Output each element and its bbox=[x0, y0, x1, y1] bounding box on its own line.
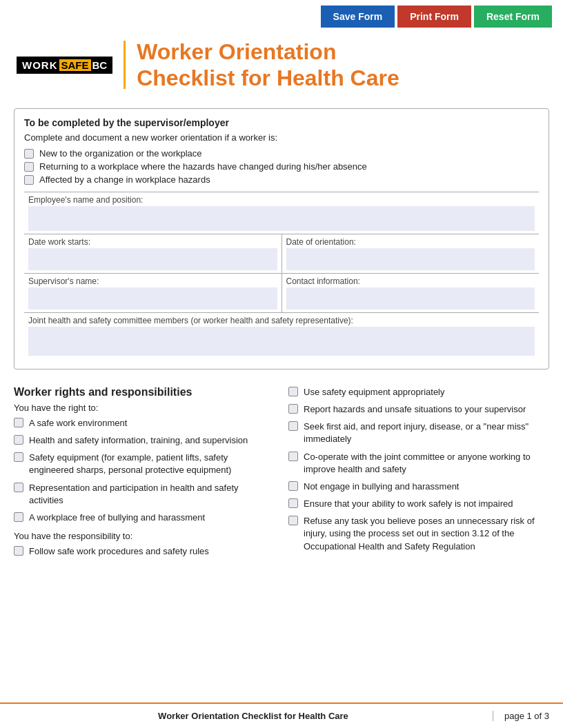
header: WORK SAFE BC Worker Orientation Checklis… bbox=[0, 33, 563, 103]
checkbox-resp-r-6[interactable] bbox=[288, 516, 298, 525]
toolbar: Save Form Print Form Reset Form bbox=[0, 0, 563, 33]
checkbox-new-label: New to the organization or the workplace bbox=[39, 148, 202, 159]
committee-label: Joint health and safety committee member… bbox=[28, 316, 535, 325]
date-work-cell: Date work starts: bbox=[24, 234, 282, 273]
checkbox-row-affected[interactable]: Affected by a change in workplace hazard… bbox=[24, 174, 539, 185]
responsibility-subtitle: You have the responsibility to: bbox=[14, 531, 275, 541]
logo-safe: SAFE bbox=[59, 59, 91, 71]
resp-right-item-3: Co-operate with the joint committee or a… bbox=[288, 451, 549, 476]
footer-page: page 1 of 3 bbox=[493, 711, 549, 721]
checkbox-resp-r-2[interactable] bbox=[288, 421, 298, 431]
resp-right-label-3: Co-operate with the joint committee or a… bbox=[304, 451, 549, 476]
right-label-0: A safe work environment bbox=[29, 417, 275, 429]
contact-input[interactable] bbox=[286, 287, 535, 310]
logo-work: WORK bbox=[22, 59, 58, 71]
checkbox-returning-label: Returning to a workplace where the hazar… bbox=[39, 161, 367, 172]
supervisor-title: To be completed by the supervisor/employ… bbox=[24, 117, 539, 128]
checkbox-resp-r-3[interactable] bbox=[288, 452, 298, 461]
checkbox-resp-0[interactable] bbox=[14, 546, 23, 556]
checkbox-returning[interactable] bbox=[24, 162, 34, 172]
supervisor-desc: Complete and document a new worker orien… bbox=[24, 132, 539, 143]
right-label-4: A workplace free of bullying and harassm… bbox=[29, 512, 275, 524]
resp-right-label-1: Report hazards and unsafe situations to … bbox=[304, 403, 549, 416]
checkbox-affected-label: Affected by a change in workplace hazard… bbox=[39, 174, 210, 185]
checkbox-right-4[interactable] bbox=[14, 512, 23, 522]
right-label-3: Representation and participation in heal… bbox=[29, 482, 275, 507]
resp-right-item-5: Ensure that your ability to work safely … bbox=[288, 498, 549, 510]
resp-right-label-6: Refuse any task you believe poses an unn… bbox=[304, 515, 549, 553]
right-item-2: Safety equipment (for example, patient l… bbox=[14, 452, 275, 476]
reset-button[interactable]: Reset Form bbox=[474, 6, 552, 28]
resp-right-item-4: Not engage in bullying and harassment bbox=[288, 481, 549, 493]
checkbox-row-new[interactable]: New to the organization or the workplace bbox=[24, 148, 539, 159]
date-row: Date work starts: Date of orientation: bbox=[24, 234, 539, 273]
supervisor-name-label: Supervisor's name: bbox=[28, 276, 277, 286]
date-work-input[interactable] bbox=[28, 248, 277, 270]
page-title: Worker Orientation Checklist for Health … bbox=[137, 39, 399, 92]
resp-right-label-2: Seek first aid, and report injury, disea… bbox=[304, 421, 549, 445]
checkbox-row-returning[interactable]: Returning to a workplace where the hazar… bbox=[24, 161, 539, 172]
committee-input[interactable] bbox=[28, 327, 535, 356]
resp-label-0: Follow safe work procedures and safety r… bbox=[29, 545, 275, 558]
main-content: Worker rights and responsibilities You h… bbox=[0, 381, 563, 563]
rights-title: Worker rights and responsibilities bbox=[14, 386, 275, 398]
resp-right-item-6: Refuse any task you believe poses an unn… bbox=[288, 515, 549, 553]
footer: Worker Orientation Checklist for Health … bbox=[0, 702, 563, 728]
header-divider bbox=[124, 41, 126, 89]
employee-input[interactable] bbox=[28, 206, 535, 231]
footer-title: Worker Orientation Checklist for Health … bbox=[14, 711, 493, 721]
supervisor-name-cell: Supervisor's name: bbox=[24, 274, 282, 312]
save-button[interactable]: Save Form bbox=[321, 6, 395, 28]
employee-label: Employee's name and position: bbox=[28, 195, 535, 205]
right-label-2: Safety equipment (for example, patient l… bbox=[29, 452, 275, 476]
employee-row: Employee's name and position: bbox=[24, 192, 539, 234]
right-item-4: A workplace free of bullying and harassm… bbox=[14, 512, 275, 524]
checkbox-resp-r-5[interactable] bbox=[288, 498, 298, 508]
date-orient-cell: Date of orientation: bbox=[282, 234, 540, 273]
right-column: Use safety equipment appropriately Repor… bbox=[288, 386, 549, 563]
logo-bc: BC bbox=[92, 59, 108, 71]
rights-subtitle: You have the right to: bbox=[14, 403, 275, 413]
checkbox-right-0[interactable] bbox=[14, 418, 23, 427]
resp-right-label-5: Ensure that your ability to work safely … bbox=[304, 498, 549, 510]
supervisor-section: To be completed by the supervisor/employ… bbox=[14, 108, 549, 370]
print-button[interactable]: Print Form bbox=[397, 6, 471, 28]
resp-right-item-2: Seek first aid, and report injury, disea… bbox=[288, 421, 549, 445]
right-item-3: Representation and participation in heal… bbox=[14, 482, 275, 507]
right-item-0: A safe work environment bbox=[14, 417, 275, 429]
checkbox-resp-r-0[interactable] bbox=[288, 387, 298, 396]
checkbox-resp-r-1[interactable] bbox=[288, 404, 298, 414]
resp-right-label-4: Not engage in bullying and harassment bbox=[304, 481, 549, 493]
right-item-1: Health and safety information, training,… bbox=[14, 434, 275, 447]
checkbox-right-2[interactable] bbox=[14, 452, 23, 462]
date-orient-label: Date of orientation: bbox=[286, 237, 535, 247]
right-label-1: Health and safety information, training,… bbox=[29, 434, 275, 447]
checkbox-new[interactable] bbox=[24, 149, 34, 159]
resp-right-item-0: Use safety equipment appropriately bbox=[288, 386, 549, 398]
date-orient-input[interactable] bbox=[286, 248, 535, 270]
left-column: Worker rights and responsibilities You h… bbox=[14, 386, 275, 563]
committee-row: Joint health and safety committee member… bbox=[24, 312, 539, 361]
supervisor-row: Supervisor's name: Contact information: bbox=[24, 273, 539, 312]
checkbox-right-3[interactable] bbox=[14, 483, 23, 492]
resp-right-item-1: Report hazards and unsafe situations to … bbox=[288, 403, 549, 416]
checkbox-right-1[interactable] bbox=[14, 435, 23, 445]
checkbox-affected[interactable] bbox=[24, 175, 34, 185]
committee-cell: Joint health and safety committee member… bbox=[24, 313, 539, 361]
contact-label: Contact information: bbox=[286, 276, 535, 286]
employee-cell: Employee's name and position: bbox=[24, 192, 539, 234]
resp-right-label-0: Use safety equipment appropriately bbox=[304, 386, 549, 398]
resp-item-0: Follow safe work procedures and safety r… bbox=[14, 545, 275, 558]
checkbox-resp-r-4[interactable] bbox=[288, 481, 298, 491]
supervisor-name-input[interactable] bbox=[28, 287, 277, 310]
date-work-label: Date work starts: bbox=[28, 237, 277, 247]
contact-cell: Contact information: bbox=[282, 274, 540, 312]
form-grid: Employee's name and position: Date work … bbox=[24, 192, 539, 361]
logo: WORK SAFE BC bbox=[17, 57, 112, 74]
